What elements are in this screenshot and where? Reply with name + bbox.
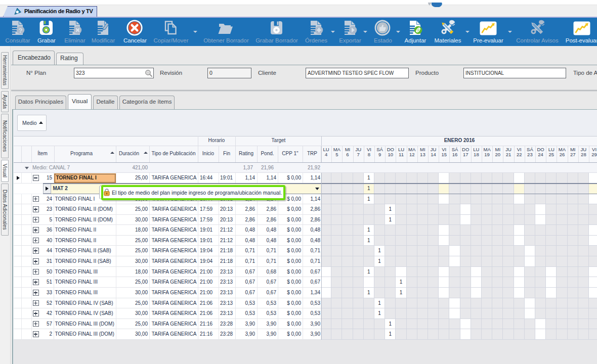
svg-text:?: ? [19,27,23,34]
